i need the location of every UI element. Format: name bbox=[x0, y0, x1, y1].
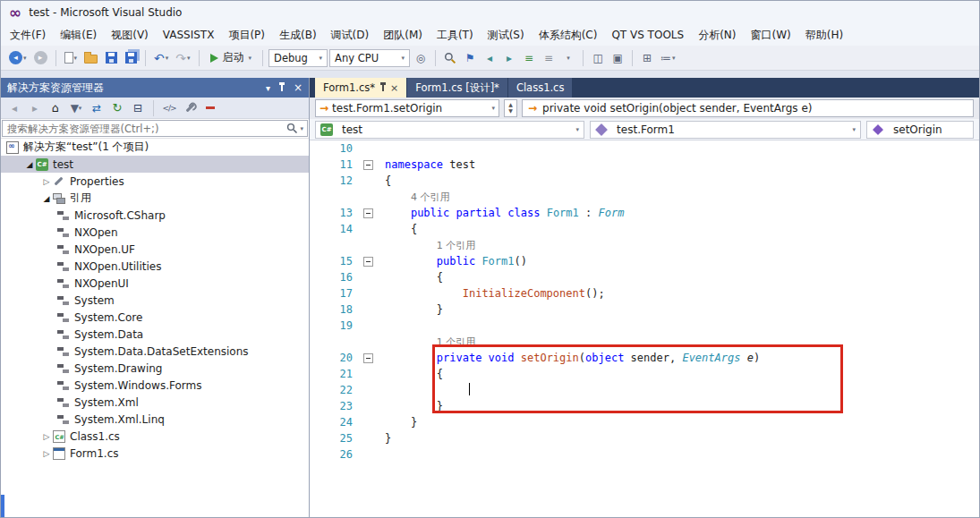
tree-item[interactable]: System bbox=[1, 292, 309, 309]
collapsed-arrow-icon[interactable]: ▷ bbox=[40, 432, 53, 441]
code-line[interactable]: 13 public partial class Form1 : Form bbox=[310, 205, 979, 221]
menu-item[interactable]: 工具(T) bbox=[430, 25, 481, 46]
fold-collapse-icon[interactable] bbox=[363, 353, 373, 363]
tree-item[interactable]: System.Xml.Linq bbox=[1, 411, 309, 428]
fold-collapse-icon[interactable] bbox=[363, 257, 373, 267]
tree-item[interactable]: System.Data.DataSetExtensions bbox=[1, 343, 309, 360]
expanded-arrow-icon[interactable]: ◢ bbox=[40, 194, 53, 203]
va-context-dropdown[interactable]: → test.Form1.setOrigin ▾ bbox=[315, 99, 499, 117]
menu-item[interactable]: 测试(S) bbox=[481, 25, 532, 46]
menu-item[interactable]: 体系结构(C) bbox=[532, 25, 605, 46]
tree-item[interactable]: System.Drawing bbox=[1, 360, 309, 377]
bookmark-button[interactable]: ⚑ bbox=[461, 48, 479, 68]
undo-button[interactable]: ↶▾ bbox=[151, 48, 171, 68]
menu-item[interactable]: 窗口(W) bbox=[743, 25, 797, 46]
view-code-button[interactable]: </> bbox=[160, 99, 178, 117]
tree-item[interactable]: System.Xml bbox=[1, 394, 309, 411]
solution-explorer-header[interactable]: 解决方案资源管理器 ▾ × bbox=[1, 78, 309, 98]
menu-item[interactable]: QT VS TOOLS bbox=[604, 26, 691, 44]
navigate-forward-button[interactable]: ▸ bbox=[31, 48, 50, 68]
code-line[interactable]: 20 private void setOrigin(object sender,… bbox=[310, 350, 979, 366]
navigate-previous-button[interactable]: ◂ bbox=[481, 48, 499, 68]
forward-button[interactable]: ▸ bbox=[26, 99, 44, 117]
tree-item[interactable]: ▷Form1.cs bbox=[1, 445, 309, 462]
code-line[interactable]: 11namespace test bbox=[310, 157, 979, 173]
code-editor[interactable]: 1011namespace test12{ 4 个引用13 public par… bbox=[310, 140, 979, 518]
code-line[interactable]: 24 } bbox=[310, 414, 979, 430]
code-line[interactable]: 1 个引用 bbox=[310, 334, 979, 350]
code-line[interactable]: 25} bbox=[310, 430, 979, 446]
code-line[interactable]: 18 } bbox=[310, 301, 979, 318]
menu-item[interactable]: 帮助(H) bbox=[798, 25, 850, 46]
va-definition-field[interactable]: → private void setOrigin(object sender, … bbox=[522, 99, 974, 117]
codelens-references[interactable]: 1 个引用 bbox=[437, 240, 476, 251]
fold-collapse-icon[interactable] bbox=[363, 160, 373, 170]
new-file-button[interactable]: ▾ bbox=[62, 48, 81, 68]
filter-button[interactable]: ▼▾ bbox=[67, 99, 85, 117]
dock-window-button[interactable]: ▣ bbox=[609, 48, 626, 68]
tree-item[interactable]: ◢test bbox=[1, 156, 309, 173]
open-file-button[interactable] bbox=[81, 48, 100, 68]
menu-item[interactable]: 项目(P) bbox=[221, 25, 272, 46]
code-line[interactable]: 21 { bbox=[310, 366, 979, 382]
back-button[interactable]: ◂ bbox=[5, 99, 23, 117]
home-button[interactable]: ⌂ bbox=[47, 99, 64, 117]
menu-item[interactable]: 团队(M) bbox=[376, 25, 430, 46]
more-tools-button[interactable]: ≔▾ bbox=[658, 48, 678, 68]
menu-item[interactable]: 视图(V) bbox=[104, 25, 156, 46]
search-input[interactable] bbox=[2, 120, 308, 137]
add-item-button[interactable]: ⊞ bbox=[638, 48, 656, 68]
tree-item[interactable]: NXOpen.UF bbox=[1, 241, 309, 258]
search-icon[interactable] bbox=[286, 123, 298, 134]
menu-item[interactable]: 文件(F) bbox=[3, 25, 53, 46]
tree-item[interactable]: NXOpenUI bbox=[1, 275, 309, 292]
toolbar-overflow-button[interactable]: ▾ bbox=[559, 48, 577, 68]
code-line[interactable]: 23 } bbox=[310, 398, 979, 414]
find-in-files-button[interactable] bbox=[441, 48, 459, 68]
attach-process-button[interactable]: ◎ bbox=[412, 48, 430, 68]
properties-button[interactable] bbox=[181, 99, 199, 117]
navigate-next-button[interactable]: ▸ bbox=[500, 48, 518, 68]
save-button[interactable] bbox=[102, 48, 120, 68]
tree-item[interactable]: NXOpen bbox=[1, 224, 309, 241]
tree-item[interactable]: System.Windows.Forms bbox=[1, 377, 309, 394]
menu-item[interactable]: 编辑(E) bbox=[53, 25, 104, 46]
code-line[interactable]: 15 public Form1() bbox=[310, 253, 979, 269]
window-layout-button[interactable]: ◫ bbox=[589, 48, 607, 68]
tree-item[interactable]: NXOpen.Utilities bbox=[1, 258, 309, 275]
solution-platform-dropdown[interactable]: Any CPU▾ bbox=[329, 49, 410, 67]
menu-item[interactable]: 调试(D) bbox=[324, 25, 377, 46]
document-tab[interactable]: Class1.cs bbox=[508, 78, 573, 98]
solution-configuration-dropdown[interactable]: Debug▾ bbox=[268, 49, 328, 67]
type-dropdown[interactable]: test.Form1 ▾ bbox=[590, 121, 861, 139]
redo-button[interactable]: ↷▾ bbox=[173, 48, 192, 68]
sync-with-active-document-button[interactable]: ⇄ bbox=[88, 99, 106, 117]
pin-icon[interactable] bbox=[382, 85, 384, 91]
codelens-references[interactable]: 4 个引用 bbox=[411, 191, 450, 203]
project-dropdown[interactable]: test ▾ bbox=[315, 121, 584, 139]
refresh-button[interactable]: ↻ bbox=[108, 99, 126, 117]
collapsed-arrow-icon[interactable]: ▷ bbox=[40, 177, 53, 186]
member-dropdown[interactable]: setOrigin bbox=[866, 121, 974, 139]
tree-item[interactable]: ▷Properties bbox=[1, 173, 309, 190]
code-line[interactable]: 14 { bbox=[310, 221, 979, 237]
code-line[interactable]: 17 InitializeComponent(); bbox=[310, 285, 979, 301]
code-line[interactable]: 19 bbox=[310, 318, 979, 334]
menu-item[interactable]: 生成(B) bbox=[272, 25, 324, 46]
collapse-all-button[interactable]: ⊟ bbox=[129, 99, 147, 117]
code-line[interactable]: 1 个引用 bbox=[310, 237, 979, 253]
chevron-down-icon[interactable]: ▾ bbox=[300, 125, 303, 132]
save-all-button[interactable] bbox=[122, 48, 140, 68]
comment-button[interactable]: ≡ bbox=[520, 48, 538, 68]
uncomment-button[interactable]: ≡ bbox=[540, 48, 558, 68]
pin-icon[interactable] bbox=[281, 85, 283, 91]
title-bar[interactable]: ∞ test - Microsoft Visual Studio bbox=[1, 1, 979, 24]
tree-item[interactable]: ▷Class1.cs bbox=[1, 428, 309, 445]
navigate-back-button[interactable]: ◂▾ bbox=[6, 48, 30, 68]
code-line[interactable]: 12{ bbox=[310, 173, 979, 189]
code-line[interactable]: 10 bbox=[310, 140, 979, 157]
menu-item[interactable]: 分析(N) bbox=[691, 25, 743, 46]
document-tab[interactable]: Form1.cs*× bbox=[315, 78, 406, 98]
start-debugging-button[interactable]: 启动 ▾ bbox=[205, 48, 258, 68]
code-line[interactable]: 16 { bbox=[310, 269, 979, 285]
